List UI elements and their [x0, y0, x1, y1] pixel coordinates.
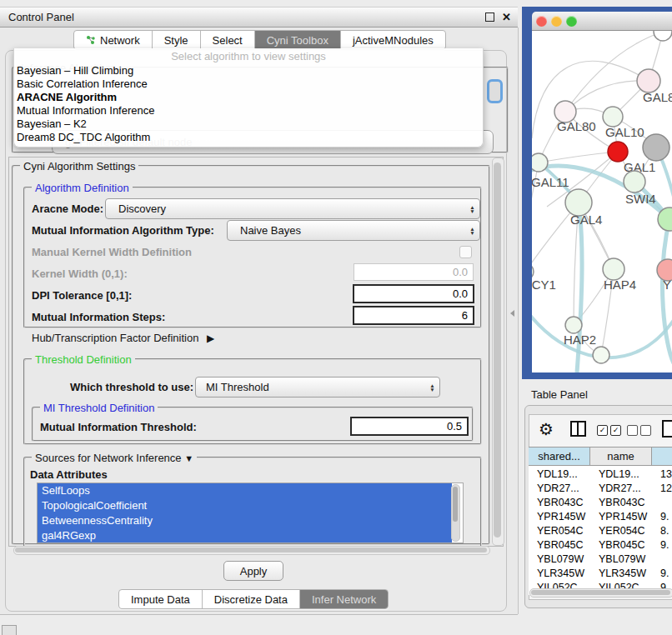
tab-cyni-toolbox[interactable]: Cyni Toolbox	[255, 31, 341, 49]
table-row[interactable]: YPR145WYPR145W9.	[529, 509, 672, 523]
dropdown-item[interactable]: ARACNE Algorithm	[14, 91, 483, 104]
network-node-hap2[interactable]	[565, 317, 582, 333]
table-cell: 9.	[652, 539, 672, 551]
settings-vertical-scrollbar[interactable]	[492, 158, 504, 546]
tab-select[interactable]: Select	[201, 31, 255, 49]
kernel-width-value: 0.0	[453, 266, 468, 278]
dropdown-item[interactable]: Bayesian – Hill Climbing	[14, 64, 483, 78]
network-canvas[interactable]: GAL8GAL80GAL10GAL1GAL11SWI4GAL4GCY1HAP4Y…	[532, 30, 672, 372]
network-node-bottom-partial[interactable]	[593, 347, 609, 363]
column-header-3[interactable]: A	[652, 447, 672, 466]
splitpane-collapse-icon[interactable]	[510, 310, 514, 317]
split-columns-icon[interactable]	[570, 421, 586, 437]
tab-label: Network	[100, 34, 140, 47]
combo-stepper-icon: ▲▼	[465, 205, 479, 213]
column-header-2[interactable]: name	[590, 447, 652, 466]
network-node-gal10[interactable]	[603, 107, 623, 127]
network-node-gray-node[interactable]	[643, 134, 669, 161]
which-threshold-combo[interactable]: MI Threshold ▲▼	[195, 377, 440, 398]
column-header-1[interactable]: shared...	[529, 447, 590, 466]
hub-definition-expander[interactable]: Hub/Transcription Factor Definition ▶	[32, 332, 214, 344]
tab-discretize-data[interactable]: Discretize Data	[203, 590, 300, 608]
attribute-item[interactable]: BetweennessCentrality	[38, 513, 452, 528]
table-cell: 12	[652, 482, 672, 494]
combo-stepper-icon: ▲▼	[465, 227, 479, 235]
table-row[interactable]: YBL079WYBL079W	[529, 552, 672, 566]
mi-steps-label: Mutual Information Steps:	[32, 311, 165, 323]
tab-label: Impute Data	[131, 593, 190, 606]
node-label: GAL8	[643, 90, 672, 104]
mi-threshold-input[interactable]: 0.5	[350, 417, 469, 436]
window-minimize-icon[interactable]	[551, 16, 562, 27]
node-label: GAL80	[557, 119, 596, 133]
tab-style[interactable]: Style	[153, 31, 201, 49]
combo-stepper-icon: ▲▼	[425, 383, 439, 392]
tab-label: Infer Network	[312, 593, 376, 606]
table-cell: YDR27...	[590, 482, 652, 494]
table-row[interactable]: YLR345WYLR345W9.	[529, 566, 672, 580]
table-cell: YBR043C	[590, 497, 652, 508]
unchecked-columns-icon[interactable]	[627, 425, 651, 436]
cyni-settings-title: Cyni Algorithm Settings	[20, 160, 138, 172]
settings-horizontal-scrollbar[interactable]	[13, 546, 490, 555]
dpi-tolerance-input[interactable]: 0.0	[353, 284, 474, 303]
attribute-item[interactable]: SelfLoops	[38, 483, 452, 498]
attributes-list-scrollbar[interactable]	[451, 484, 460, 542]
network-node-top-partial[interactable]	[654, 30, 672, 41]
network-node-swi4[interactable]	[624, 171, 645, 192]
dropdown-item[interactable]: Bayesian – K2	[14, 118, 483, 131]
network-window-titlebar[interactable]	[532, 12, 672, 31]
tab-network[interactable]: Network	[74, 31, 153, 49]
float-panel-icon[interactable]	[485, 12, 494, 22]
table-row[interactable]: YDR27...YDR27...12	[529, 481, 672, 495]
table-cell: 9.	[652, 568, 672, 579]
network-edge[interactable]	[532, 162, 539, 230]
table-row[interactable]: YBR045CYBR045C9.	[529, 538, 672, 552]
table-row[interactable]: YER054CYER054C8.	[529, 523, 672, 538]
dropdown-item[interactable]: Mutual Information Inference	[14, 104, 483, 118]
network-node-gal11[interactable]	[532, 153, 548, 172]
sources-group-title[interactable]: Sources for Network Inference ▼	[32, 452, 197, 464]
dropdown-item[interactable]: Basic Correlation Inference	[14, 78, 483, 91]
kernel-width-label: Kernel Width (0,1):	[32, 268, 128, 280]
network-node-gal1[interactable]	[608, 142, 628, 162]
tab-jactivemnodules[interactable]: jActiveMNodules	[341, 31, 445, 49]
dock-panel-icon[interactable]	[2, 625, 17, 635]
table-row[interactable]: YDL19...YDL19...13	[529, 467, 672, 481]
kernel-width-input[interactable]: 0.0	[354, 263, 474, 281]
focused-spinner-fragment[interactable]	[487, 79, 503, 103]
node-label: GCY1	[532, 278, 556, 292]
close-panel-icon[interactable]: ✕	[502, 13, 511, 22]
table-cell: YBR045C	[529, 539, 590, 551]
checked-columns-icon[interactable]: ✓ ✓	[597, 425, 621, 436]
tab-infer-network[interactable]: Infer Network	[300, 590, 388, 608]
dropdown-item[interactable]: Dream8 DC_TDC Algorithm	[14, 131, 483, 144]
algorithm-dropdown-list: Bayesian – Hill ClimbingBasic Correlatio…	[14, 64, 483, 147]
manual-kernel-checkbox[interactable]	[459, 246, 472, 258]
attribute-item[interactable]: TopologicalCoefficient	[38, 498, 452, 513]
table-cell: YDL19...	[529, 468, 590, 480]
mi-threshold-value: 0.5	[447, 420, 462, 432]
new-table-icon[interactable]	[662, 420, 672, 438]
table-panel-title: Table Panel	[531, 388, 588, 401]
attribute-item[interactable]: gal4RGexp	[38, 528, 452, 543]
mi-steps-input[interactable]: 6	[353, 306, 474, 325]
expander-right-icon: ▶	[207, 332, 214, 344]
window-close-icon[interactable]	[536, 16, 547, 27]
table-horizontal-scrollbar[interactable]	[529, 588, 672, 598]
table-cell: YBR045C	[590, 539, 652, 551]
network-node-gal8[interactable]	[637, 69, 660, 92]
window-zoom-icon[interactable]	[566, 16, 577, 27]
tab-impute-data[interactable]: Impute Data	[119, 590, 203, 608]
table-cell: YLR345W	[529, 568, 590, 579]
gear-icon[interactable]: ⚙	[539, 419, 554, 439]
network-edge-thick[interactable]	[577, 202, 582, 372]
hub-definition-label: Hub/Transcription Factor Definition	[32, 332, 198, 344]
table-row[interactable]: YBR043CYBR043C	[529, 495, 672, 509]
mi-threshold-label: Mutual Information Threshold:	[40, 421, 197, 433]
apply-button[interactable]: Apply	[223, 561, 283, 581]
table-cell: 13	[652, 468, 672, 480]
network-edge[interactable]	[565, 81, 649, 112]
mi-type-combo[interactable]: Naive Bayes ▲▼	[227, 220, 480, 241]
aracne-mode-combo[interactable]: Discovery ▲▼	[105, 198, 480, 219]
